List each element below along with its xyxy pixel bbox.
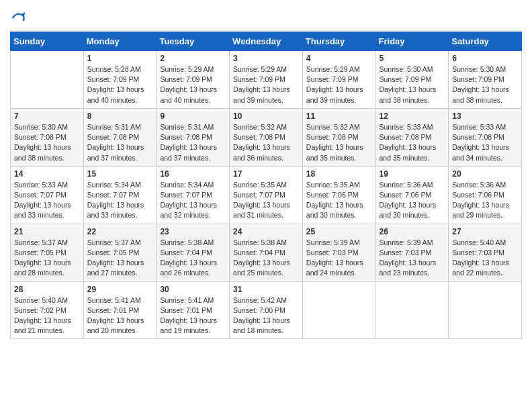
daylight-label: Daylight: 13 hours and 39 minutes. [306, 85, 363, 103]
sunset-label: Sunset: 7:07 PM [233, 191, 285, 199]
sunset-label: Sunset: 7:08 PM [452, 133, 504, 141]
daylight-label: Daylight: 13 hours and 30 minutes. [380, 201, 437, 219]
day-info: Sunrise: 5:35 AM Sunset: 7:06 PM Dayligh… [306, 180, 372, 221]
sunset-label: Sunset: 7:08 PM [87, 133, 140, 141]
day-info: Sunrise: 5:32 AM Sunset: 7:08 PM Dayligh… [233, 122, 299, 163]
sunrise-label: Sunrise: 5:37 AM [87, 238, 141, 246]
day-info: Sunrise: 5:30 AM Sunset: 7:09 PM Dayligh… [380, 64, 445, 105]
daylight-label: Daylight: 13 hours and 38 minutes. [14, 143, 71, 161]
calendar-cell: 19 Sunrise: 5:36 AM Sunset: 7:06 PM Dayl… [375, 166, 449, 224]
sunrise-label: Sunrise: 5:40 AM [452, 238, 506, 246]
calendar-cell: 3 Sunrise: 5:29 AM Sunset: 7:09 PM Dayli… [230, 51, 303, 109]
calendar-cell [375, 281, 449, 339]
day-number: 22 [87, 227, 153, 236]
day-number: 15 [87, 169, 153, 179]
daylight-label: Daylight: 13 hours and 29 minutes. [452, 201, 509, 219]
calendar-week-row: 14 Sunrise: 5:33 AM Sunset: 7:07 PM Dayl… [11, 166, 522, 224]
sunset-label: Sunset: 7:05 PM [14, 248, 66, 257]
logo [10, 10, 29, 26]
sunset-label: Sunset: 7:06 PM [380, 191, 432, 199]
day-number: 19 [380, 169, 445, 179]
page-header [10, 10, 522, 26]
calendar-cell: 7 Sunrise: 5:30 AM Sunset: 7:08 PM Dayli… [11, 108, 84, 166]
daylight-label: Daylight: 13 hours and 33 minutes. [14, 201, 71, 219]
daylight-label: Daylight: 13 hours and 36 minutes. [233, 143, 290, 161]
calendar-week-row: 7 Sunrise: 5:30 AM Sunset: 7:08 PM Dayli… [11, 108, 522, 166]
sunrise-label: Sunrise: 5:34 AM [160, 181, 214, 189]
day-number: 23 [160, 227, 226, 236]
sunrise-label: Sunrise: 5:39 AM [306, 238, 360, 246]
sunset-label: Sunset: 7:01 PM [87, 306, 140, 314]
daylight-label: Daylight: 13 hours and 24 minutes. [306, 259, 363, 277]
calendar-cell: 10 Sunrise: 5:32 AM Sunset: 7:08 PM Dayl… [230, 108, 303, 166]
day-number: 18 [306, 169, 372, 179]
sunrise-label: Sunrise: 5:41 AM [160, 296, 214, 304]
calendar-cell: 30 Sunrise: 5:41 AM Sunset: 7:01 PM Dayl… [157, 281, 230, 339]
calendar-header-row: SundayMondayTuesdayWednesdayThursdayFrid… [11, 32, 522, 51]
day-info: Sunrise: 5:38 AM Sunset: 7:04 PM Dayligh… [233, 238, 299, 279]
sunrise-label: Sunrise: 5:38 AM [160, 238, 214, 246]
calendar-cell: 31 Sunrise: 5:42 AM Sunset: 7:00 PM Dayl… [230, 281, 303, 339]
day-info: Sunrise: 5:40 AM Sunset: 7:03 PM Dayligh… [452, 238, 518, 279]
day-number: 3 [233, 54, 299, 63]
sunrise-label: Sunrise: 5:32 AM [233, 123, 287, 131]
sunrise-label: Sunrise: 5:37 AM [14, 238, 68, 246]
sunset-label: Sunset: 7:08 PM [380, 133, 432, 141]
day-info: Sunrise: 5:41 AM Sunset: 7:01 PM Dayligh… [160, 295, 226, 336]
calendar-cell: 28 Sunrise: 5:40 AM Sunset: 7:02 PM Dayl… [11, 281, 84, 339]
sunset-label: Sunset: 7:07 PM [87, 191, 140, 199]
day-header-wednesday: Wednesday [230, 32, 303, 51]
calendar-cell: 23 Sunrise: 5:38 AM Sunset: 7:04 PM Dayl… [157, 224, 230, 281]
daylight-label: Daylight: 13 hours and 28 minutes. [14, 259, 71, 277]
day-info: Sunrise: 5:36 AM Sunset: 7:06 PM Dayligh… [452, 180, 518, 221]
calendar-cell: 27 Sunrise: 5:40 AM Sunset: 7:03 PM Dayl… [449, 224, 522, 281]
daylight-label: Daylight: 13 hours and 23 minutes. [380, 259, 437, 277]
sunset-label: Sunset: 7:09 PM [233, 75, 285, 83]
daylight-label: Daylight: 13 hours and 38 minutes. [452, 85, 509, 103]
sunrise-label: Sunrise: 5:33 AM [452, 123, 506, 131]
sunrise-label: Sunrise: 5:36 AM [380, 181, 433, 189]
day-info: Sunrise: 5:36 AM Sunset: 7:06 PM Dayligh… [380, 180, 445, 221]
day-number: 31 [233, 285, 299, 294]
calendar-cell: 1 Sunrise: 5:28 AM Sunset: 7:09 PM Dayli… [83, 51, 157, 109]
calendar-cell: 18 Sunrise: 5:35 AM Sunset: 7:06 PM Dayl… [302, 166, 375, 224]
sunset-label: Sunset: 7:07 PM [14, 191, 66, 199]
sunrise-label: Sunrise: 5:28 AM [87, 65, 141, 73]
daylight-label: Daylight: 13 hours and 33 minutes. [87, 201, 144, 219]
daylight-label: Daylight: 13 hours and 32 minutes. [160, 201, 217, 219]
sunset-label: Sunset: 7:09 PM [87, 75, 140, 83]
calendar-week-row: 21 Sunrise: 5:37 AM Sunset: 7:05 PM Dayl… [11, 224, 522, 281]
sunset-label: Sunset: 7:06 PM [306, 191, 359, 199]
calendar-cell: 16 Sunrise: 5:34 AM Sunset: 7:07 PM Dayl… [157, 166, 230, 224]
sunset-label: Sunset: 7:07 PM [160, 191, 212, 199]
sunrise-label: Sunrise: 5:36 AM [452, 181, 506, 189]
daylight-label: Daylight: 13 hours and 20 minutes. [87, 316, 144, 334]
day-info: Sunrise: 5:33 AM Sunset: 7:07 PM Dayligh… [14, 180, 80, 221]
sunrise-label: Sunrise: 5:33 AM [14, 181, 68, 189]
calendar-cell [449, 281, 522, 339]
day-info: Sunrise: 5:37 AM Sunset: 7:05 PM Dayligh… [14, 238, 80, 279]
day-number: 14 [14, 169, 80, 179]
daylight-label: Daylight: 13 hours and 18 minutes. [233, 316, 290, 334]
calendar-cell: 15 Sunrise: 5:34 AM Sunset: 7:07 PM Dayl… [83, 166, 157, 224]
daylight-label: Daylight: 13 hours and 39 minutes. [233, 85, 290, 103]
logo-icon [10, 10, 26, 26]
sunset-label: Sunset: 7:03 PM [306, 248, 359, 257]
day-header-tuesday: Tuesday [157, 32, 230, 51]
sunset-label: Sunset: 7:08 PM [160, 133, 212, 141]
daylight-label: Daylight: 13 hours and 37 minutes. [160, 143, 217, 161]
daylight-label: Daylight: 13 hours and 35 minutes. [306, 143, 363, 161]
day-info: Sunrise: 5:29 AM Sunset: 7:09 PM Dayligh… [233, 64, 299, 105]
day-header-thursday: Thursday [302, 32, 375, 51]
day-info: Sunrise: 5:34 AM Sunset: 7:07 PM Dayligh… [160, 180, 226, 221]
day-info: Sunrise: 5:42 AM Sunset: 7:00 PM Dayligh… [233, 295, 299, 336]
daylight-label: Daylight: 13 hours and 31 minutes. [233, 201, 290, 219]
sunset-label: Sunset: 7:09 PM [452, 75, 504, 83]
day-number: 26 [380, 227, 445, 236]
day-info: Sunrise: 5:40 AM Sunset: 7:02 PM Dayligh… [14, 295, 80, 336]
day-number: 25 [306, 227, 372, 236]
day-number: 6 [452, 54, 518, 63]
day-info: Sunrise: 5:33 AM Sunset: 7:08 PM Dayligh… [380, 122, 445, 163]
sunrise-label: Sunrise: 5:30 AM [14, 123, 68, 131]
day-info: Sunrise: 5:29 AM Sunset: 7:09 PM Dayligh… [160, 64, 226, 105]
